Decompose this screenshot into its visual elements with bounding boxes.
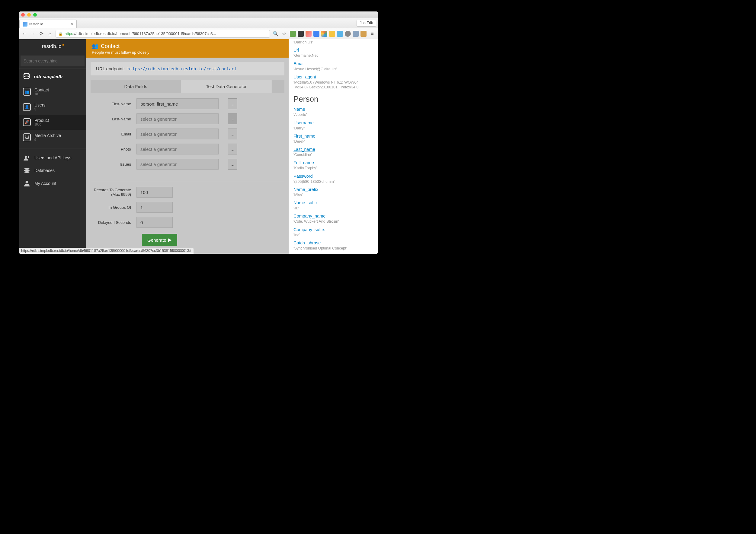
minimize-window-button[interactable] bbox=[27, 13, 31, 16]
picker-button[interactable]: ... bbox=[228, 159, 237, 169]
extension-icon[interactable] bbox=[313, 31, 319, 37]
generator-sample: 'Alberto' bbox=[293, 112, 373, 117]
maximize-window-button[interactable] bbox=[33, 13, 37, 16]
titlebar bbox=[19, 12, 378, 18]
generator-option[interactable]: User_agent bbox=[293, 74, 373, 79]
endpoint-bar: URL endpoint: https://rdb-simpledb.restd… bbox=[91, 62, 284, 75]
extension-icon[interactable] bbox=[321, 31, 327, 37]
records-label: Records To Generate (Max 9999) bbox=[91, 188, 136, 197]
generator-option[interactable]: Last_name bbox=[293, 147, 373, 152]
generator-select-input[interactable] bbox=[136, 143, 219, 154]
extension-icon[interactable] bbox=[337, 31, 343, 37]
picker-button[interactable]: ... bbox=[228, 114, 237, 124]
generator-sample: 'Germaine.Net' bbox=[293, 53, 373, 58]
bookmark-star-icon[interactable]: ☆ bbox=[282, 31, 287, 37]
sidebar-item-databases[interactable]: Databases bbox=[19, 164, 86, 177]
picker-button[interactable]: ... bbox=[228, 143, 237, 154]
profile-button[interactable]: Jon Erik bbox=[357, 20, 376, 27]
address-bar[interactable]: 🔒 https://rdb-simpledb.restdb.io/home/db… bbox=[56, 30, 270, 38]
url-text: https://rdb-simpledb.restdb.io/home/db/5… bbox=[65, 31, 216, 36]
extension-icons bbox=[290, 31, 366, 37]
search-icon[interactable]: 🔍 bbox=[273, 31, 278, 37]
generator-option[interactable]: Company_suffix bbox=[293, 227, 373, 232]
generator-sample: 'Mozilla/5.0 (Windows NT 6.1; WOW64; Rv:… bbox=[293, 80, 373, 90]
lock-icon: 🔒 bbox=[58, 32, 63, 36]
generator-select-input[interactable] bbox=[136, 129, 219, 140]
close-tab-button[interactable]: × bbox=[71, 22, 73, 27]
generator-select-input[interactable] bbox=[136, 114, 219, 124]
sidebar-item-media-archive[interactable]: 🖼 Media Archive 9 bbox=[19, 130, 86, 145]
extension-icon[interactable] bbox=[329, 31, 335, 37]
generator-option[interactable]: Catch_phrase bbox=[293, 241, 373, 245]
collection-icon: 🖼 bbox=[23, 133, 31, 141]
admin-icon bbox=[23, 168, 31, 173]
sidebar-item-label: Media Archive bbox=[35, 133, 61, 138]
panel-heading: Person bbox=[293, 94, 373, 104]
close-window-button[interactable] bbox=[21, 13, 25, 16]
svg-point-1 bbox=[25, 155, 27, 158]
extension-icon[interactable] bbox=[353, 31, 359, 37]
field-label: First-Name bbox=[91, 102, 136, 106]
generator-option[interactable]: Company_name bbox=[293, 214, 373, 218]
tab-test-data-generator[interactable]: Test Data Generator bbox=[181, 80, 272, 93]
generator-option[interactable]: Password bbox=[293, 174, 373, 179]
sidebar-item-product[interactable]: 🚀 Product 1000 bbox=[19, 114, 86, 130]
generator-sample: 'Darryl' bbox=[293, 126, 373, 131]
groups-input[interactable] bbox=[136, 202, 173, 213]
sidebar-search-wrap bbox=[19, 54, 86, 68]
generator-option[interactable]: Full_name bbox=[293, 160, 373, 165]
admin-icon bbox=[23, 180, 31, 187]
sidebar-item-contact[interactable]: 👥 Contact 100 bbox=[19, 84, 86, 99]
records-input[interactable] bbox=[136, 187, 173, 198]
tab-data-fields[interactable]: Data Fields bbox=[91, 80, 181, 93]
svg-point-2 bbox=[24, 168, 30, 169]
generator-option[interactable]: Name bbox=[293, 107, 373, 112]
extension-icon[interactable] bbox=[345, 31, 351, 37]
generator-sample: '(205)580-1350Schumm' bbox=[293, 179, 373, 184]
generate-button[interactable]: Generate ▶ bbox=[142, 234, 177, 246]
generator-sample: 'Kadin Torphy' bbox=[293, 165, 373, 170]
generator-select-input[interactable] bbox=[136, 98, 219, 109]
search-input[interactable] bbox=[20, 56, 85, 66]
extension-icon[interactable] bbox=[361, 31, 366, 37]
field-row: Email ... bbox=[91, 129, 284, 140]
browser-tabs-row: restdb.io × Jon Erik bbox=[19, 18, 378, 28]
browser-tab[interactable]: restdb.io × bbox=[19, 20, 77, 28]
home-button[interactable]: ⌂ bbox=[47, 31, 53, 37]
generator-sample: 'Darrion.Us' bbox=[293, 40, 373, 45]
field-label: Issues bbox=[91, 162, 136, 166]
generator-sample: 'Miss' bbox=[293, 192, 373, 197]
tab-extra[interactable] bbox=[272, 80, 284, 93]
endpoint-url[interactable]: https://rdb-simpledb.restdb.io/rest/cont… bbox=[127, 66, 237, 71]
generator-option[interactable]: Name_prefix bbox=[293, 187, 373, 192]
sidebar-item-users-and-api-keys[interactable]: Users and API keys bbox=[19, 151, 86, 164]
picker-button[interactable]: ... bbox=[228, 98, 237, 109]
reload-button[interactable]: ⟳ bbox=[39, 31, 44, 37]
sidebar-item-label: My Account bbox=[35, 181, 56, 186]
sidebar-item-my-account[interactable]: My Account bbox=[19, 177, 86, 190]
endpoint-label: URL endpoint: bbox=[96, 66, 125, 71]
svg-point-3 bbox=[24, 169, 30, 171]
generator-option[interactable]: Username bbox=[293, 120, 373, 125]
generator-option[interactable]: Email bbox=[293, 61, 373, 66]
generator-option[interactable]: First_name bbox=[293, 134, 373, 139]
delay-input[interactable] bbox=[136, 217, 173, 228]
picker-button[interactable]: ... bbox=[228, 129, 237, 140]
svg-point-5 bbox=[25, 180, 28, 183]
generator-option[interactable]: Name_suffix bbox=[293, 200, 373, 205]
back-button[interactable]: ← bbox=[22, 31, 27, 37]
sidebar-item-users[interactable]: 👤 Users 3 bbox=[19, 99, 86, 114]
extension-icon[interactable] bbox=[306, 31, 311, 37]
generator-option[interactable]: Url bbox=[293, 48, 373, 53]
extension-icon[interactable] bbox=[298, 31, 304, 37]
generator-select-input[interactable] bbox=[136, 159, 219, 169]
database-header[interactable]: rdb-simpledb bbox=[19, 68, 86, 84]
extension-icon[interactable] bbox=[290, 31, 296, 37]
generator-fields: First-Name ...Last-Name ...Email ...Phot… bbox=[91, 98, 284, 181]
generator-sample: 'Synchronised Optimal Concept' bbox=[293, 246, 373, 251]
sidebar-item-label: Users and API keys bbox=[35, 155, 71, 160]
menu-button[interactable]: ≡ bbox=[369, 31, 375, 37]
sidebar-item-label: Contact bbox=[35, 88, 49, 92]
forward-button[interactable]: → bbox=[30, 31, 36, 37]
sidebar-item-label: Product bbox=[35, 118, 49, 123]
